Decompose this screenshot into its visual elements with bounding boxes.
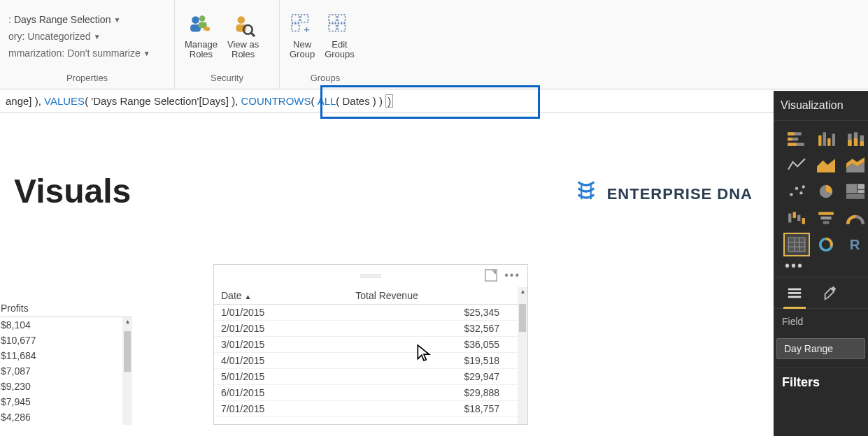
formula-bar[interactable]: ange] ), VALUES ( 'Days Range Selection'… — [0, 89, 868, 113]
drag-handle-icon[interactable] — [360, 275, 381, 277]
svg-rect-53 — [788, 238, 805, 252]
ribbon: : Days Range Selection ▼ ory: Uncategori… — [0, 0, 868, 89]
prop-cat-prefix: ory: — [8, 31, 24, 42]
svg-rect-63 — [831, 286, 837, 292]
svg-rect-14 — [329, 15, 337, 22]
table-row[interactable]: $4,286 — [1, 409, 132, 425]
table-row[interactable]: $7,945 — [1, 394, 132, 409]
svg-rect-15 — [338, 15, 346, 22]
view-as-roles-label: View as Roles — [227, 40, 259, 60]
caret-down-icon: ▼ — [94, 33, 101, 41]
stacked-area-chart-icon[interactable] — [844, 154, 867, 175]
treemap-icon[interactable] — [844, 181, 867, 202]
table-row[interactable]: 4/01/2015$19,518 — [214, 353, 527, 369]
pane-title: Visualization — [774, 91, 868, 121]
stacked-column-icon[interactable] — [844, 128, 867, 149]
more-visuals-icon[interactable]: ••• — [774, 258, 868, 277]
svg-point-2 — [199, 15, 206, 22]
svg-rect-24 — [788, 138, 792, 140]
table-row[interactable]: $10,677 — [1, 333, 132, 348]
profits-table-visual[interactable]: Profits $8,104 $10,677 $11,684 $7,087 $9… — [0, 299, 133, 426]
scatter-chart-icon[interactable] — [785, 181, 809, 202]
waterfall-icon[interactable] — [785, 208, 809, 228]
matrix-visual[interactable]: ••• Date▲ Total Revenue 1/01/2015$25,345… — [213, 264, 528, 425]
report-canvas[interactable]: Visuals ENTERPRISE DNA Profits $8,104 $1… — [0, 124, 774, 436]
table-row[interactable]: 6/01/2015$29,888 — [214, 385, 527, 401]
new-group-button[interactable]: + New Group — [288, 10, 316, 63]
table-row[interactable]: 3/01/2015$36,055 — [214, 337, 527, 353]
formula-seg: ( Dates ) ) — [336, 95, 385, 107]
svg-rect-45 — [846, 194, 865, 199]
profits-body: $8,104 $10,677 $11,684 $7,087 $9,230 $7,… — [1, 317, 132, 425]
col-header-date[interactable]: Date▲ — [214, 287, 348, 305]
format-tab[interactable] — [820, 283, 839, 303]
profits-header[interactable]: Profits — [1, 300, 132, 317]
scrollbar[interactable]: ▴ — [122, 317, 132, 425]
caret-down-icon: ▼ — [143, 50, 150, 57]
funnel-icon[interactable] — [814, 208, 838, 228]
ribbon-group-properties: : Days Range Selection ▼ ory: Uncategori… — [0, 0, 175, 89]
person-search-icon — [232, 13, 255, 37]
svg-rect-30 — [832, 134, 835, 146]
scroll-thumb[interactable] — [124, 331, 131, 372]
table-row[interactable]: 1/01/2015$25,345 — [214, 305, 527, 321]
area-chart-icon[interactable] — [814, 154, 838, 175]
svg-rect-46 — [788, 214, 791, 223]
svg-rect-43 — [858, 184, 865, 189]
gauge-icon[interactable] — [844, 208, 867, 228]
line-chart-icon[interactable] — [785, 154, 809, 175]
edit-groups-button[interactable]: Edit Groups — [323, 10, 356, 63]
pie-chart-icon[interactable] — [814, 181, 838, 202]
field-chip-day-range[interactable]: Day Range — [776, 338, 865, 359]
table-row[interactable]: $9,230 — [1, 379, 132, 394]
page-title: Visuals — [14, 172, 131, 210]
scroll-up-icon[interactable]: ▴ — [518, 287, 527, 295]
prop-name-prefix: : — [8, 14, 11, 25]
visualizations-pane: Visualization R ••• Field Day Range Filt… — [774, 91, 868, 436]
prop-category-row[interactable]: ory: Uncategorized ▼ — [8, 29, 101, 43]
scrollbar[interactable]: ▴ — [518, 287, 527, 424]
fields-tab[interactable] — [785, 283, 804, 303]
col-header-revenue[interactable]: Total Revenue — [348, 287, 527, 305]
donut-chart-icon[interactable] — [814, 234, 838, 255]
more-options-icon[interactable]: ••• — [504, 269, 520, 284]
svg-rect-36 — [860, 141, 864, 146]
field-well-label: Field — [774, 309, 868, 334]
svg-rect-12 — [292, 24, 299, 31]
table-row[interactable]: 5/01/2015$29,947 — [214, 369, 527, 385]
r-script-icon[interactable]: R — [844, 234, 867, 255]
new-group-label: New Group — [290, 40, 315, 60]
svg-rect-47 — [793, 212, 796, 218]
scroll-thumb[interactable] — [519, 304, 526, 332]
table-row[interactable]: $7,087 — [1, 363, 132, 379]
table-visual-icon[interactable] — [785, 234, 809, 255]
svg-point-6 — [237, 16, 245, 24]
table-row[interactable]: 7/01/2015$18,757 — [214, 401, 527, 417]
visual-header[interactable]: ••• — [214, 265, 527, 287]
prop-sum-value: Don't summarize — [67, 48, 141, 59]
prop-cat-value: Uncategorized — [27, 31, 90, 42]
ribbon-group-groups: + New Group Edit Groups Groups — [280, 0, 371, 89]
prop-summarization-row[interactable]: mmarization: Don't summarize ▼ — [8, 46, 150, 60]
table-row[interactable]: $8,104 — [1, 317, 132, 333]
prop-name-row[interactable]: : Days Range Selection ▼ — [8, 13, 120, 27]
svg-rect-16 — [329, 24, 337, 31]
focus-mode-icon[interactable] — [485, 269, 497, 284]
table-row[interactable]: $11,684 — [1, 348, 132, 363]
svg-rect-61 — [788, 292, 801, 294]
scroll-up-icon[interactable]: ▴ — [122, 317, 132, 325]
formula-seg: ange] ), — [6, 95, 44, 107]
logo: ENTERPRISE DNA — [574, 179, 753, 209]
table-row[interactable]: 2/01/2015$32,567 — [214, 321, 527, 337]
view-as-roles-button[interactable]: View as Roles — [226, 10, 260, 63]
svg-point-38 — [795, 187, 798, 190]
manage-roles-button[interactable]: Manage Roles — [183, 10, 219, 63]
svg-rect-34 — [854, 138, 858, 146]
clustered-column-icon[interactable] — [814, 128, 838, 149]
filters-section-header[interactable]: Filters — [774, 368, 868, 397]
ribbon-group-label: Properties — [8, 73, 166, 86]
svg-rect-62 — [788, 296, 801, 298]
stacked-bar-icon[interactable] — [785, 128, 809, 149]
svg-rect-42 — [846, 184, 857, 193]
svg-point-40 — [802, 185, 805, 188]
